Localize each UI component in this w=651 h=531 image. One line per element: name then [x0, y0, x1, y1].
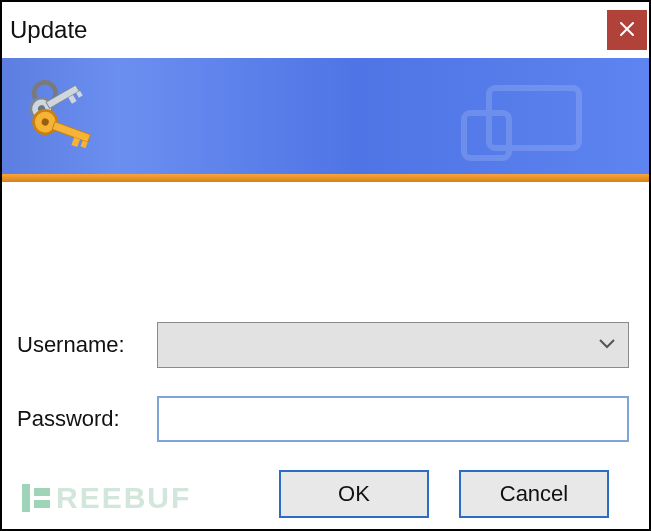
dialog-window: Update — [0, 0, 651, 531]
cancel-button[interactable]: Cancel — [459, 470, 609, 518]
username-combobox[interactable] — [157, 322, 629, 368]
username-row: Username: — [17, 322, 629, 368]
window-title: Update — [10, 16, 87, 44]
close-button[interactable] — [607, 10, 647, 50]
svg-rect-11 — [489, 88, 579, 148]
dialog-buttons: OK Cancel — [17, 470, 629, 518]
ok-button[interactable]: OK — [279, 470, 429, 518]
password-input[interactable] — [157, 396, 629, 442]
password-label: Password: — [17, 406, 157, 432]
banner-decoration — [459, 68, 619, 172]
chevron-down-icon — [598, 336, 616, 354]
svg-rect-3 — [46, 85, 79, 108]
banner — [2, 58, 649, 182]
username-label: Username: — [17, 332, 157, 358]
svg-rect-8 — [52, 122, 90, 143]
close-icon — [620, 20, 634, 41]
password-row: Password: — [17, 396, 629, 442]
keys-icon — [16, 75, 106, 165]
title-bar: Update — [2, 2, 649, 58]
credentials-form: Username: Password: OK Cancel — [2, 182, 649, 518]
